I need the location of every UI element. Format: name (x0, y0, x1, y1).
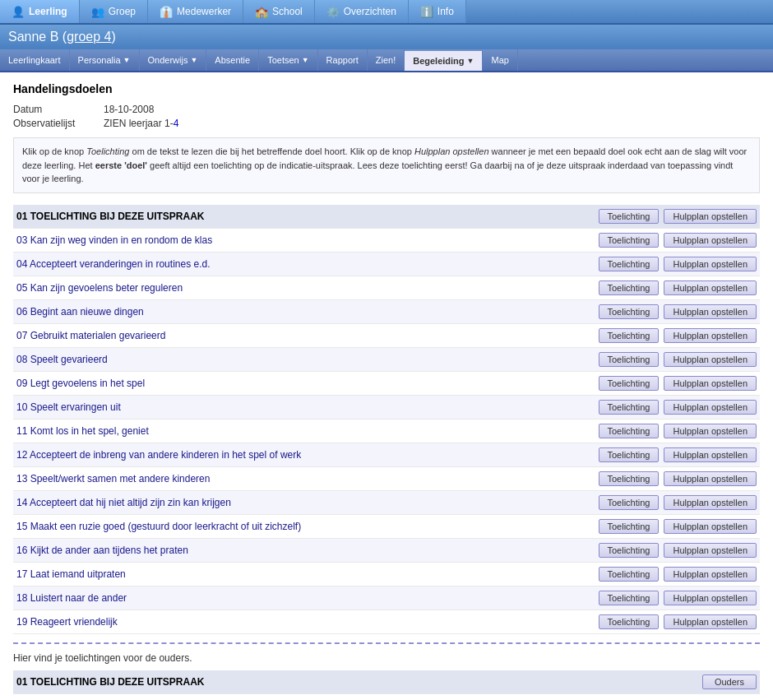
hulpplan-button-g05[interactable]: Hulpplan opstellen (664, 280, 757, 295)
sec-tab-map[interactable]: Map (483, 49, 517, 71)
goal-text-g14: 14 Accepteert dat hij niet altijd zijn z… (16, 497, 599, 508)
goal-text-g08: 08 Speelt gevarieerd (16, 354, 599, 365)
goal-buttons-g05: ToelichtingHulpplan opstellen (599, 280, 757, 295)
toelichting-button-g12[interactable]: Toelichting (599, 447, 660, 462)
goal-text-g18: 18 Luistert naar de ander (16, 592, 599, 604)
school-icon: 🏫 (255, 6, 268, 18)
goal-row-g06: 06 Begint aan nieuwe dingenToelichtingHu… (13, 300, 760, 324)
ouders-goals-list: 01 TOELICHTING BIJ DEZE UITSPRAAKOuders0… (13, 670, 760, 701)
toelichting-button-g07[interactable]: Toelichting (599, 328, 660, 343)
toelichting-button-g04[interactable]: Toelichting (599, 257, 660, 271)
hulpplan-button-g17[interactable]: Hulpplan opstellen (664, 567, 757, 582)
ouders-section: Hier vind je toelichtingen voor de ouder… (13, 642, 760, 701)
goal-row-g09: 09 Legt gevoelens in het spelToelichting… (13, 372, 760, 396)
top-tab-label-overzichten: Overzichten (344, 6, 396, 17)
toelichting-button-g14[interactable]: Toelichting (599, 495, 660, 510)
student-group[interactable]: groep 4 (67, 30, 111, 44)
goal-buttons-g12: ToelichtingHulpplan opstellen (599, 447, 757, 462)
toelichting-button-g05[interactable]: Toelichting (599, 280, 660, 295)
goal-row-g14: 14 Accepteert dat hij niet altijd zijn z… (13, 491, 760, 515)
goal-row-g17: 17 Laat iemand uitpratenToelichtingHulpp… (13, 563, 760, 586)
goal-buttons-g04: ToelichtingHulpplan opstellen (599, 257, 757, 271)
hulpplan-button-g15[interactable]: Hulpplan opstellen (664, 519, 757, 534)
toelichting-button-g03[interactable]: Toelichting (599, 233, 660, 248)
ouders-goal-row-partial: 02 ... (13, 694, 760, 701)
hulpplan-button-g14[interactable]: Hulpplan opstellen (664, 495, 757, 510)
hulpplan-button-g18[interactable]: Hulpplan opstellen (664, 591, 757, 605)
hulpplan-button-g13[interactable]: Hulpplan opstellen (664, 471, 757, 486)
hulpplan-button-g10[interactable]: Hulpplan opstellen (664, 400, 757, 415)
hulpplan-button-g04[interactable]: Hulpplan opstellen (664, 257, 757, 271)
toelichting-button-g11[interactable]: Toelichting (599, 424, 660, 438)
goal-text-g05: 05 Kan zijn gevoelens beter reguleren (16, 282, 599, 294)
sec-tab-begeleiding[interactable]: Begeleiding ▼ (405, 49, 483, 71)
observatielijst-row: Observatielijst ZIEN leerjaar 1-4 (13, 118, 760, 129)
toelichting-button-g06[interactable]: Toelichting (599, 304, 660, 319)
overzichten-icon: ⚙️ (326, 6, 340, 18)
toelichting-button-g19[interactable]: Toelichting (599, 614, 660, 629)
sec-tab-zien[interactable]: Zien! (368, 49, 405, 71)
observatielijst-link[interactable]: 4 (174, 118, 179, 129)
goal-text-g06: 06 Begint aan nieuwe dingen (16, 306, 599, 318)
ouders-button-o01[interactable]: Ouders (702, 675, 757, 689)
top-tab-overzichten[interactable]: ⚙️Overzichten (315, 0, 409, 23)
goal-text-g03: 03 Kan zijn weg vinden in en rondom de k… (16, 234, 599, 246)
goal-row-g01: 01 TOELICHTING BIJ DEZE UITSPRAAKToelich… (13, 205, 760, 229)
sec-tab-rapport[interactable]: Rapport (318, 49, 368, 71)
top-tab-label-info: Info (437, 6, 454, 17)
toelichting-button-g10[interactable]: Toelichting (599, 400, 660, 415)
chevron-down-icon: ▼ (467, 57, 474, 65)
sec-tab-absentie[interactable]: Absentie (206, 49, 259, 71)
toelichting-button-g18[interactable]: Toelichting (599, 591, 660, 605)
goal-row-g08: 08 Speelt gevarieerdToelichtingHulpplan … (13, 348, 760, 372)
top-tab-info[interactable]: ℹ️Info (409, 0, 466, 23)
goal-row-g19: 19 Reageert vriendelijkToelichtingHulppl… (13, 610, 760, 634)
toelichting-button-g17[interactable]: Toelichting (599, 567, 660, 582)
chevron-down-icon: ▼ (190, 56, 197, 64)
top-tab-leerling[interactable]: 👤Leerling (0, 0, 80, 23)
goal-buttons-g11: ToelichtingHulpplan opstellen (599, 424, 757, 438)
hulpplan-button-g09[interactable]: Hulpplan opstellen (664, 376, 757, 391)
chevron-down-icon: ▼ (302, 56, 309, 64)
hulpplan-button-g08[interactable]: Hulpplan opstellen (664, 352, 757, 367)
hulpplan-button-g12[interactable]: Hulpplan opstellen (664, 447, 757, 462)
page-header: Sanne B (groep 4) (0, 25, 773, 49)
hulpplan-button-g03[interactable]: Hulpplan opstellen (664, 233, 757, 248)
sec-tab-toetsen[interactable]: Toetsen ▼ (259, 49, 317, 71)
goal-text-g09: 09 Legt gevoelens in het spel (16, 378, 599, 389)
hulpplan-button-g01[interactable]: Hulpplan opstellen (664, 209, 757, 224)
hulpplan-button-g06[interactable]: Hulpplan opstellen (664, 304, 757, 319)
sec-tab-personalia[interactable]: Personalia ▼ (70, 49, 140, 71)
toelichting-button-g13[interactable]: Toelichting (599, 471, 660, 486)
top-tab-label-groep: Groep (109, 6, 136, 17)
goal-text-g12: 12 Accepteert de inbreng van andere kind… (16, 449, 599, 461)
hulpplan-button-g16[interactable]: Hulpplan opstellen (664, 543, 757, 558)
student-group-close: ) (111, 30, 115, 44)
sec-tab-leerlingkaart[interactable]: Leerlingkaart (0, 49, 70, 71)
top-tab-label-leerling: Leerling (29, 6, 67, 17)
toelichting-button-g09[interactable]: Toelichting (599, 376, 660, 391)
goal-text-g17: 17 Laat iemand uitpraten (16, 568, 599, 580)
goal-buttons-g07: ToelichtingHulpplan opstellen (599, 328, 757, 343)
toelichting-button-g08[interactable]: Toelichting (599, 352, 660, 367)
goal-text-g07: 07 Gebruikt materialen gevarieerd (16, 330, 599, 341)
hulpplan-button-g11[interactable]: Hulpplan opstellen (664, 424, 757, 438)
datum-value: 18-10-2008 (104, 104, 154, 115)
goal-text-g15: 15 Maakt een ruzie goed (gestuurd door l… (16, 521, 599, 532)
hulpplan-button-g19[interactable]: Hulpplan opstellen (664, 614, 757, 629)
goal-row-g10: 10 Speelt ervaringen uitToelichtingHulpp… (13, 396, 760, 420)
goal-buttons-g03: ToelichtingHulpplan opstellen (599, 233, 757, 248)
toelichting-button-g16[interactable]: Toelichting (599, 543, 660, 558)
top-tab-groep[interactable]: 👥Groep (80, 0, 148, 23)
toelichting-button-g15[interactable]: Toelichting (599, 519, 660, 534)
hulpplan-button-g07[interactable]: Hulpplan opstellen (664, 328, 757, 343)
top-tab-school[interactable]: 🏫School (243, 0, 315, 23)
goal-row-g12: 12 Accepteert de inbreng van andere kind… (13, 443, 760, 467)
sec-tab-onderwijs[interactable]: Onderwijs ▼ (140, 49, 207, 71)
goal-text-g11: 11 Komt los in het spel, geniet (16, 425, 599, 437)
ouders-goal-row-o01: 01 TOELICHTING BIJ DEZE UITSPRAAKOuders (13, 670, 760, 694)
top-tab-label-medewerker: Medewerker (177, 6, 231, 17)
toelichting-button-g01[interactable]: Toelichting (599, 209, 660, 224)
goals-list: 01 TOELICHTING BIJ DEZE UITSPRAAKToelich… (13, 205, 760, 634)
top-tab-medewerker[interactable]: 👔Medewerker (148, 0, 243, 23)
